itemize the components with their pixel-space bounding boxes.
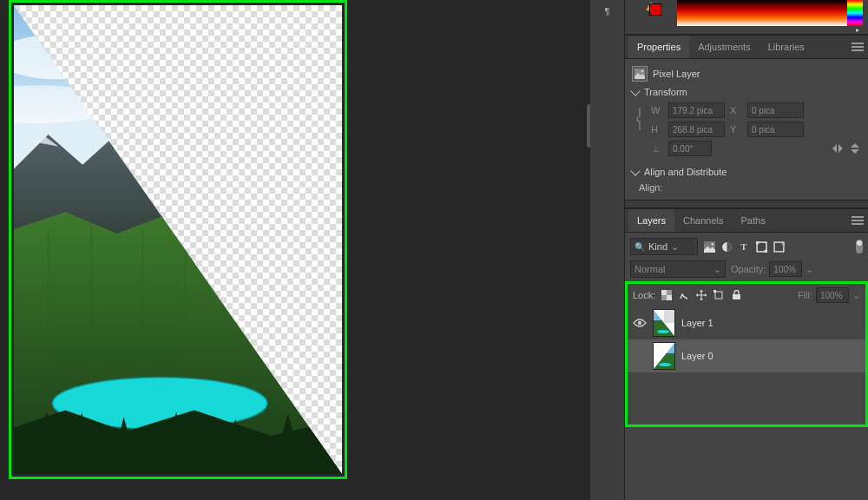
blend-mode-value: Normal xyxy=(635,264,665,274)
document-image xyxy=(14,5,342,474)
layer-thumbnail[interactable] xyxy=(654,310,674,336)
layer-name[interactable]: Layer 1 xyxy=(681,318,713,328)
layer-name[interactable]: Layer 0 xyxy=(681,351,713,361)
canvas-area[interactable] xyxy=(0,0,590,500)
lock-row: Lock: Fill: 100% ⌄ xyxy=(628,284,865,306)
lock-all-icon[interactable] xyxy=(730,289,742,301)
layer-filter-row: 🔍 Kind ⌄ T xyxy=(625,233,868,260)
color-panel[interactable]: ▸ xyxy=(625,0,868,35)
y-label: Y xyxy=(730,124,742,135)
w-label: W xyxy=(651,105,663,115)
properties-flyout-menu-icon[interactable] xyxy=(847,36,868,57)
x-label: X xyxy=(730,105,742,115)
tab-properties[interactable]: Properties xyxy=(628,36,689,58)
svg-point-38 xyxy=(659,363,671,366)
flip-vertical-icon[interactable] xyxy=(849,142,861,155)
layer-thumbnail[interactable] xyxy=(654,343,674,369)
filter-shape-icon[interactable] xyxy=(755,240,767,253)
layers-tabs: Layers Channels Paths xyxy=(625,208,868,233)
document-highlight-frame xyxy=(9,0,347,479)
filter-toggle[interactable] xyxy=(856,240,863,253)
flip-horizontal-icon[interactable] xyxy=(832,142,844,155)
svg-rect-20 xyxy=(661,290,667,295)
document[interactable] xyxy=(14,5,342,474)
section-align-label: Align and Distribute xyxy=(644,167,727,177)
properties-body: Pixel Layer Transform W 179.2 pica X 0 p… xyxy=(625,59,868,200)
svg-point-11 xyxy=(641,70,644,73)
paragraph-panel-icon[interactable]: ¶ xyxy=(600,3,615,19)
opacity-label: Opacity: xyxy=(731,264,766,274)
layers-list-highlight-frame: Lock: Fill: 100% ⌄ xyxy=(625,281,868,427)
chevron-down-icon xyxy=(630,166,640,175)
svg-rect-23 xyxy=(713,290,716,293)
svg-rect-16 xyxy=(756,241,759,244)
section-transform-header[interactable]: Transform xyxy=(632,87,861,97)
svg-rect-17 xyxy=(764,249,766,252)
layer-row[interactable]: Layer 1 xyxy=(628,306,865,339)
h-label: H xyxy=(651,124,663,135)
fill-field[interactable]: 100% xyxy=(816,287,849,303)
tab-adjustments[interactable]: Adjustments xyxy=(689,36,760,58)
tab-channels[interactable]: Channels xyxy=(674,209,732,232)
opacity-field[interactable]: 100% xyxy=(769,261,802,277)
transform-grid: W 179.2 pica X 0 pica H 268.8 pica Y 0 p… xyxy=(632,102,861,137)
filter-pixel-icon[interactable] xyxy=(703,240,715,253)
filter-kind-label: Kind xyxy=(648,241,667,252)
chevron-down-icon xyxy=(630,86,640,95)
svg-rect-24 xyxy=(733,294,740,299)
blend-opacity-row: Normal ⌄ Opacity: 100% ⌄ xyxy=(625,260,868,281)
lock-image-icon[interactable] xyxy=(678,289,690,301)
layer-type-label: Pixel Layer xyxy=(653,69,700,79)
svg-point-13 xyxy=(711,242,713,245)
rotation-field[interactable]: 0.00° xyxy=(668,141,712,156)
lock-position-icon[interactable] xyxy=(695,289,707,301)
chevron-down-icon[interactable]: ⌄ xyxy=(852,290,860,301)
link-wh-icon[interactable] xyxy=(635,106,644,137)
y-field[interactable]: 0 pica xyxy=(747,122,804,137)
tab-paths[interactable]: Paths xyxy=(733,209,774,232)
panel-spacer xyxy=(625,200,868,208)
lock-label: Lock: xyxy=(633,290,655,300)
height-field[interactable]: 268.8 pica xyxy=(668,122,725,137)
svg-point-3 xyxy=(14,85,117,123)
tab-libraries[interactable]: Libraries xyxy=(760,36,813,58)
color-panel-resize-icon: ▸ xyxy=(856,26,859,34)
svg-rect-21 xyxy=(667,295,672,300)
filter-type-icon[interactable]: T xyxy=(738,240,750,253)
layer-row[interactable]: Layer 0 xyxy=(628,339,865,372)
filter-smartobject-icon[interactable] xyxy=(773,240,785,253)
svg-point-2 xyxy=(14,35,117,80)
chevron-down-icon: ⌄ xyxy=(671,241,681,253)
pixel-layer-icon xyxy=(632,66,648,82)
section-transform-label: Transform xyxy=(644,87,687,97)
search-icon: 🔍 xyxy=(635,242,645,252)
blend-mode-select[interactable]: Normal ⌄ xyxy=(630,260,726,278)
filter-kind-select[interactable]: 🔍 Kind ⌄ xyxy=(630,238,698,255)
svg-rect-22 xyxy=(715,292,722,299)
tab-layers[interactable]: Layers xyxy=(628,209,674,232)
section-align-header[interactable]: Align and Distribute xyxy=(632,167,861,177)
angle-icon: ⟀ xyxy=(651,142,663,155)
x-field[interactable]: 0 pica xyxy=(747,102,804,118)
fill-label: Fill: xyxy=(798,290,812,300)
color-ramp[interactable] xyxy=(677,0,863,26)
filter-adjustment-icon[interactable] xyxy=(720,240,733,253)
foreground-swatch[interactable] xyxy=(649,3,661,16)
lock-transparency-icon[interactable] xyxy=(661,289,673,301)
align-label: Align: xyxy=(639,182,663,193)
svg-point-25 xyxy=(638,321,641,325)
collapsed-panel-strip: ¶ xyxy=(590,0,625,500)
properties-tabs: Properties Adjustments Libraries xyxy=(625,35,868,59)
svg-point-33 xyxy=(657,330,669,333)
width-field[interactable]: 179.2 pica xyxy=(668,102,725,118)
chevron-down-icon[interactable]: ⌄ xyxy=(806,264,813,275)
chevron-down-icon: ⌄ xyxy=(713,264,721,275)
hue-strip[interactable] xyxy=(847,0,863,26)
layers-flyout-menu-icon[interactable] xyxy=(847,210,868,231)
lock-artboard-icon[interactable] xyxy=(713,289,725,301)
visibility-toggle[interactable] xyxy=(633,318,647,328)
right-panels: ▸ Properties Adjustments Libraries Pixel… xyxy=(625,0,868,500)
